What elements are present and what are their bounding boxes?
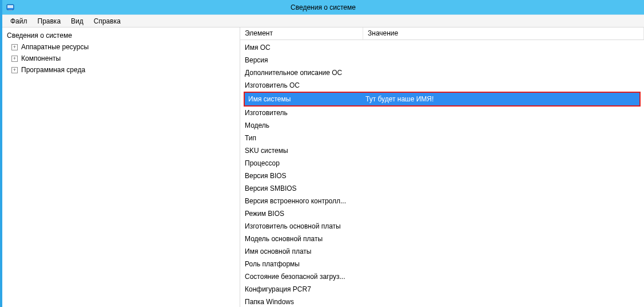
cell-value: Тут будет наше ИМЯ!	[362, 93, 639, 105]
cell-element: Имя ОС	[240, 41, 363, 54]
list-row[interactable]: Изготовитель ОС	[240, 79, 644, 92]
list-pane: Элемент Значение Имя ОСВерсияДополнитель…	[240, 27, 644, 307]
list-row[interactable]: Версия встроенного контролл...	[240, 195, 644, 207]
cell-value	[363, 119, 644, 132]
cell-element: Имя основной платы	[240, 245, 363, 258]
cell-value	[363, 41, 644, 54]
window: Сведения о системе Файл Правка Вид Справ…	[0, 0, 644, 307]
cell-element: Изготовитель основной платы	[240, 220, 363, 233]
cell-element: Модель основной платы	[240, 233, 363, 245]
tree-item-hardware[interactable]: + Аппаратные ресурсы	[6, 41, 236, 53]
cell-value	[363, 207, 644, 220]
cell-element: Конфигурация PCR7	[240, 283, 363, 296]
cell-element: Процессор	[240, 157, 363, 170]
cell-value	[363, 170, 644, 182]
list-row[interactable]: Модель основной платы	[240, 233, 644, 245]
list-row[interactable]: Роль платформы	[240, 258, 644, 270]
tree-item-components[interactable]: + Компоненты	[6, 53, 236, 64]
cell-element: Модель	[240, 119, 363, 132]
list-row[interactable]: Изготовитель	[240, 107, 644, 119]
expand-icon[interactable]: +	[11, 44, 18, 50]
list-row[interactable]: Версия SMBIOS	[240, 182, 644, 195]
list-row[interactable]: Имя ОС	[240, 41, 644, 54]
list-row-selected[interactable]: Имя системыТут будет наше ИМЯ!	[245, 93, 639, 105]
menubar: Файл Правка Вид Справка	[2, 15, 644, 27]
cell-value	[363, 283, 644, 296]
menu-file[interactable]: Файл	[6, 16, 32, 26]
cell-value	[363, 132, 644, 144]
menu-edit[interactable]: Правка	[33, 16, 66, 26]
tree-item-label: Программная среда	[20, 64, 86, 76]
list-row[interactable]: Папка Windows	[240, 296, 644, 307]
cell-element: Изготовитель ОС	[240, 79, 363, 92]
column-header-value[interactable]: Значение	[363, 27, 644, 40]
list-row[interactable]: Тип	[240, 132, 644, 144]
cell-element: Версия SMBIOS	[240, 182, 363, 195]
cell-element: Версия встроенного контролл...	[240, 195, 363, 207]
tree-item-software-env[interactable]: + Программная среда	[6, 64, 236, 76]
cell-value	[363, 182, 644, 195]
cell-value	[363, 79, 644, 92]
column-header-element[interactable]: Элемент	[240, 27, 363, 40]
menu-view[interactable]: Вид	[66, 16, 88, 26]
cell-element: Изготовитель	[240, 107, 363, 119]
list-row[interactable]: Конфигурация PCR7	[240, 283, 644, 296]
cell-element: Дополнительное описание ОС	[240, 66, 363, 79]
tree-root-label: Сведения о системе	[6, 30, 73, 41]
cell-element: Папка Windows	[240, 296, 363, 307]
highlighted-row: Имя системыТут будет наше ИМЯ!	[244, 92, 641, 107]
cell-value	[363, 220, 644, 233]
cell-value	[363, 258, 644, 270]
content: Сведения о системе + Аппаратные ресурсы …	[2, 27, 644, 307]
cell-value	[363, 296, 644, 307]
list-row[interactable]: Режим BIOS	[240, 207, 644, 220]
cell-element: Версия BIOS	[240, 170, 363, 182]
cell-element: Режим BIOS	[240, 207, 363, 220]
list-body[interactable]: Имя ОСВерсияДополнительное описание ОСИз…	[240, 40, 644, 307]
list-row[interactable]: Имя основной платы	[240, 245, 644, 258]
cell-value	[363, 195, 644, 207]
titlebar: Сведения о системе	[2, 0, 644, 15]
cell-element: SKU системы	[240, 144, 363, 157]
tree-root[interactable]: Сведения о системе	[6, 30, 236, 41]
cell-element: Имя системы	[245, 93, 362, 105]
list-row[interactable]: Версия	[240, 54, 644, 66]
cell-value	[363, 66, 644, 79]
list-row[interactable]: Изготовитель основной платы	[240, 220, 644, 233]
cell-element: Состояние безопасной загруз...	[240, 270, 363, 283]
window-title: Сведения о системе	[2, 3, 644, 11]
list-header: Элемент Значение	[240, 27, 644, 40]
expand-icon[interactable]: +	[11, 67, 18, 73]
menu-help[interactable]: Справка	[89, 16, 125, 26]
cell-element: Версия	[240, 54, 363, 66]
cell-element: Роль платформы	[240, 258, 363, 270]
cell-value	[363, 245, 644, 258]
cell-value	[363, 54, 644, 66]
tree-pane[interactable]: Сведения о системе + Аппаратные ресурсы …	[2, 27, 240, 307]
cell-element: Тип	[240, 132, 363, 144]
expand-icon[interactable]: +	[11, 56, 18, 62]
tree-item-label: Компоненты	[20, 53, 62, 64]
cell-value	[363, 107, 644, 119]
cell-value	[363, 144, 644, 157]
cell-value	[363, 270, 644, 283]
list-row[interactable]: Модель	[240, 119, 644, 132]
list-row[interactable]: Состояние безопасной загруз...	[240, 270, 644, 283]
cell-value	[363, 157, 644, 170]
cell-value	[363, 233, 644, 245]
list-row[interactable]: SKU системы	[240, 144, 644, 157]
list-row[interactable]: Версия BIOS	[240, 170, 644, 182]
tree-item-label: Аппаратные ресурсы	[20, 41, 90, 53]
list-row[interactable]: Дополнительное описание ОС	[240, 66, 644, 79]
list-row[interactable]: Процессор	[240, 157, 644, 170]
